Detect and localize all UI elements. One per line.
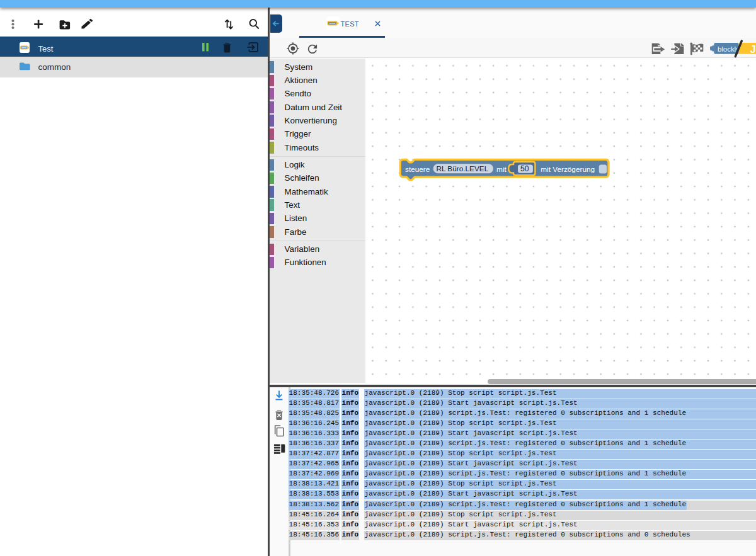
svg-text:J: J — [750, 43, 756, 55]
svg-text:mit: mit — [496, 165, 507, 174]
svg-text:RL Büro.LEVEL: RL Büro.LEVEL — [436, 164, 488, 173]
svg-text:50: 50 — [520, 164, 529, 173]
svg-text:steuere: steuere — [405, 165, 430, 174]
svg-text:mit Verzögerung: mit Verzögerung — [541, 165, 595, 174]
